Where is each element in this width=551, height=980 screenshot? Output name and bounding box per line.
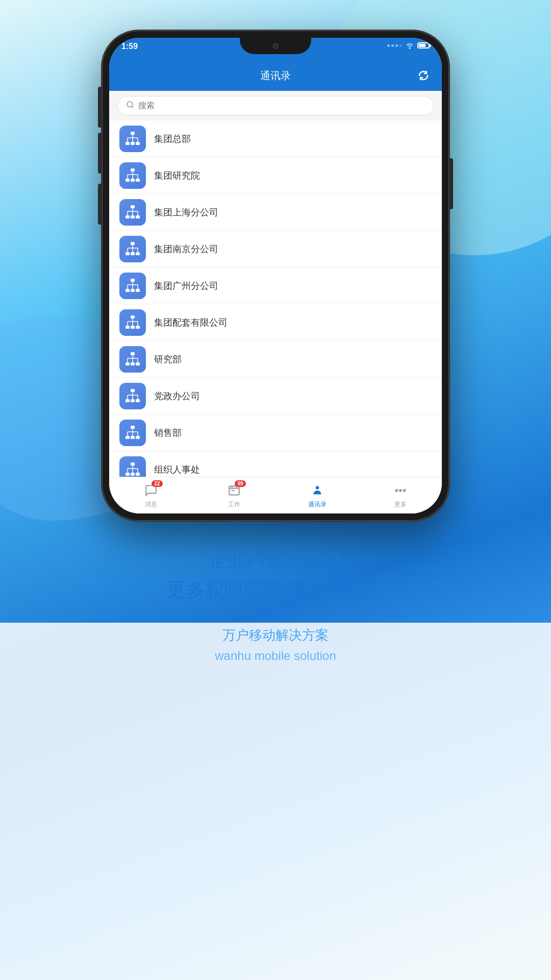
list-item[interactable]: 集团南京分公司 [109, 231, 442, 267]
tab-badge-work: 99 [235, 480, 245, 487]
list-item[interactable]: 销售部 [109, 414, 442, 451]
tab-badge-messages: 22 [152, 480, 162, 487]
svg-rect-48 [126, 326, 130, 329]
list-item-label: 集团总部 [154, 133, 191, 145]
svg-rect-58 [131, 362, 135, 365]
svg-rect-75 [126, 436, 130, 439]
list-item[interactable]: 集团广州分公司 [109, 267, 442, 304]
svg-rect-11 [131, 168, 135, 172]
svg-rect-32 [136, 252, 140, 255]
search-bar[interactable] [117, 96, 434, 115]
list-item-label: 集团广州分公司 [154, 280, 218, 292]
svg-rect-21 [126, 215, 130, 218]
list-item-label: 销售部 [154, 427, 182, 439]
tab-label-messages: 消息 [145, 500, 157, 509]
svg-rect-74 [131, 426, 135, 429]
tab-work[interactable]: 99 工作 [192, 482, 276, 509]
svg-line-1 [132, 106, 133, 108]
tab-label-work: 工作 [228, 500, 240, 509]
org-icon-9 [119, 456, 146, 477]
brand-en: wanhu mobile solution [166, 646, 385, 666]
tab-more[interactable]: 更多 [359, 482, 442, 509]
svg-rect-67 [131, 399, 135, 402]
list-item-label: 集团南京分公司 [154, 243, 218, 255]
camera [272, 43, 279, 49]
list-item[interactable]: 集团上海分公司 [109, 194, 442, 231]
svg-rect-50 [136, 326, 140, 329]
marketing-section: 企业内部通讯录 更多权限管控 更便捷找人 万户移动解决方案 wanhu mobi… [126, 546, 426, 666]
svg-rect-2 [131, 132, 135, 135]
status-bar: 1:59 [109, 38, 442, 62]
list-item-label: 集团上海分公司 [154, 206, 218, 218]
svg-point-97 [315, 486, 319, 489]
svg-rect-31 [131, 252, 135, 255]
svg-point-100 [403, 489, 405, 491]
brand-cn: 万户移动解决方案 [166, 625, 385, 646]
tab-label-more: 更多 [394, 500, 407, 509]
svg-rect-68 [136, 399, 140, 402]
svg-point-99 [399, 489, 401, 491]
svg-rect-30 [126, 252, 130, 255]
list-item-label: 研究部 [154, 353, 182, 365]
list-item[interactable]: 组织人事处 [109, 451, 442, 477]
org-icon-1 [119, 162, 146, 189]
svg-rect-12 [126, 179, 130, 182]
list-item-label: 组织人事处 [154, 463, 200, 476]
app-header: 通讯录 [109, 62, 442, 91]
svg-rect-84 [126, 473, 130, 476]
wifi-icon [405, 42, 414, 49]
svg-rect-38 [131, 279, 135, 282]
org-icon-6 [119, 346, 146, 373]
svg-rect-65 [131, 389, 135, 392]
contact-list: 集团总部 集团研究院 集团上海分公司 [109, 120, 442, 477]
battery-icon [417, 42, 430, 48]
svg-rect-39 [126, 289, 130, 292]
search-input[interactable] [138, 101, 425, 110]
org-icon-2 [119, 199, 146, 226]
list-item[interactable]: 集团配套有限公司 [109, 304, 442, 341]
svg-rect-29 [131, 242, 135, 245]
svg-rect-47 [131, 315, 135, 318]
list-item[interactable]: 研究部 [109, 341, 442, 378]
svg-rect-5 [136, 142, 140, 145]
svg-rect-59 [136, 362, 140, 365]
svg-rect-13 [131, 179, 135, 182]
refresh-button[interactable] [415, 67, 432, 84]
svg-rect-40 [131, 289, 135, 292]
org-icon-0 [119, 126, 146, 152]
svg-rect-56 [131, 352, 135, 355]
svg-rect-76 [131, 436, 135, 439]
list-item[interactable]: 集团研究院 [109, 157, 442, 194]
refresh-icon [417, 69, 430, 82]
slogan-line1: 企业内部通讯录 [166, 546, 385, 575]
svg-rect-86 [136, 473, 140, 476]
svg-rect-20 [131, 205, 135, 208]
svg-rect-49 [131, 326, 135, 329]
tab-contacts[interactable]: 通讯录 [276, 482, 359, 509]
tab-label-contacts: 通讯录 [308, 500, 327, 509]
tab-messages[interactable]: 22 消息 [109, 482, 192, 509]
svg-rect-4 [131, 142, 135, 145]
list-item-label: 集团配套有限公司 [154, 316, 228, 329]
notch [240, 38, 311, 54]
org-icon-4 [119, 273, 146, 299]
list-item[interactable]: 集团总部 [109, 120, 442, 157]
search-bar-section [109, 91, 442, 120]
phone-mockup: 1:59 [102, 31, 449, 521]
org-icon-8 [119, 420, 146, 446]
list-item[interactable]: 党政办公司 [109, 378, 442, 414]
list-item-label: 集团研究院 [154, 169, 200, 182]
page-title: 通讯录 [260, 69, 291, 83]
tab-icon-messages: 22 [141, 482, 161, 499]
svg-rect-41 [136, 289, 140, 292]
signal-icon [387, 44, 402, 47]
svg-rect-85 [131, 473, 135, 476]
svg-rect-22 [131, 215, 135, 218]
svg-rect-57 [126, 362, 130, 365]
svg-rect-77 [136, 436, 140, 439]
svg-rect-66 [126, 399, 130, 402]
svg-rect-3 [126, 142, 130, 145]
list-item-label: 党政办公司 [154, 390, 200, 402]
svg-rect-14 [136, 179, 140, 182]
org-icon-3 [119, 236, 146, 262]
